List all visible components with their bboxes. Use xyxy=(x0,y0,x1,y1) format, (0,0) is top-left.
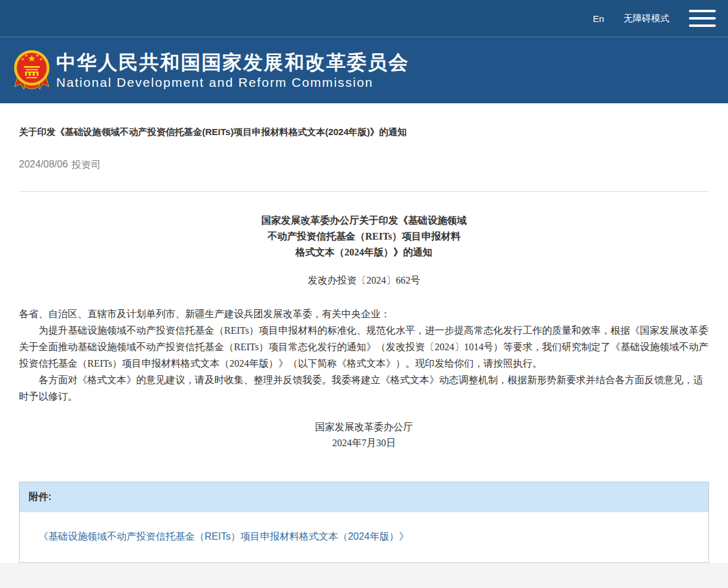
signature-date: 2024年7月30日 xyxy=(19,435,709,451)
document-title: 国家发展改革委办公厅关于印发《基础设施领域 不动产投资信托基金（REITs）项目… xyxy=(19,213,709,260)
attachment-box: 附件: 《基础设施领域不动产投资信托基金（REITs）项目申报材料格式文本（20… xyxy=(19,482,709,563)
site-titles: 中华人民共和国国家发展和改革委员会 National Development a… xyxy=(56,51,409,90)
publish-date: 2024/08/06 xyxy=(19,159,68,172)
divider xyxy=(19,191,709,192)
footer xyxy=(0,563,728,588)
top-bar: En 无障碍模式 xyxy=(0,0,728,37)
svg-text:★: ★ xyxy=(24,53,28,57)
document-body: 国家发展改革委办公厅关于印发《基础设施领域 不动产投资信托基金（REITs）项目… xyxy=(19,213,709,451)
attachment-header-label: 附件: xyxy=(20,482,708,512)
attachment-body: 《基础设施领域不动产投资信托基金（REITs）项目申报材料格式文本（2024年版… xyxy=(20,512,708,562)
site-title-cn: 中华人民共和国国家发展和改革委员会 xyxy=(56,51,409,74)
national-emblem-icon: ★ ★ ★ ★ xyxy=(12,50,51,91)
accessibility-mode-link[interactable]: 无障碍模式 xyxy=(624,13,669,24)
hamburger-bar xyxy=(689,10,716,12)
document-title-line-1: 国家发展改革委办公厅关于印发《基础设施领域 xyxy=(19,213,709,229)
site-title-en: National Development and Reform Commissi… xyxy=(56,75,409,90)
svg-text:★: ★ xyxy=(39,57,43,61)
document-number: 发改办投资〔2024〕662号 xyxy=(19,274,709,287)
document-title-line-2: 不动产投资信托基金（REITs）项目申报材料 xyxy=(19,229,709,244)
hamburger-bar xyxy=(689,17,716,20)
language-toggle-en[interactable]: En xyxy=(593,13,604,24)
salutation-paragraph: 各省、自治区、直辖市及计划单列市、新疆生产建设兵团发展改革委，有关中央企业： xyxy=(19,306,709,322)
site-header: ★ ★ ★ ★ 中华人民共和国国家发展和改革委员会 National Devel… xyxy=(0,37,728,103)
svg-text:★: ★ xyxy=(21,57,24,61)
article-title: 关于印发《基础设施领域不动产投资信托基金(REITs)项目申报材料格式文本(20… xyxy=(19,126,709,138)
hamburger-menu-icon[interactable] xyxy=(689,9,716,28)
document-title-line-3: 格式文本（2024年版）》的通知 xyxy=(19,244,709,260)
signature-org: 国家发展改革委办公厅 xyxy=(19,419,709,435)
body-paragraph-1: 为提升基础设施领域不动产投资信托基金（REITs）项目申报材料的标准化、规范化水… xyxy=(19,322,709,372)
hamburger-bar xyxy=(689,24,716,27)
page: En 无障碍模式 ★ ★ ★ ★ xyxy=(0,0,728,588)
attachment-link[interactable]: 《基础设施领域不动产投资信托基金（REITs）项目申报材料格式文本（2024年版… xyxy=(38,531,409,542)
body-paragraph-2: 各方面对《格式文本》的意见建议，请及时收集、整理并反馈我委。我委将建立《格式文本… xyxy=(19,372,709,405)
topbar-links: En 无障碍模式 xyxy=(593,9,716,28)
site-logo[interactable]: ★ ★ ★ ★ 中华人民共和国国家发展和改革委员会 National Devel… xyxy=(12,50,409,91)
article-meta: 2024/08/06 投资司 xyxy=(19,159,709,172)
publish-department: 投资司 xyxy=(71,159,101,172)
article-content: 关于印发《基础设施领域不动产投资信托基金(REITs)项目申报材料格式文本(20… xyxy=(0,103,728,563)
